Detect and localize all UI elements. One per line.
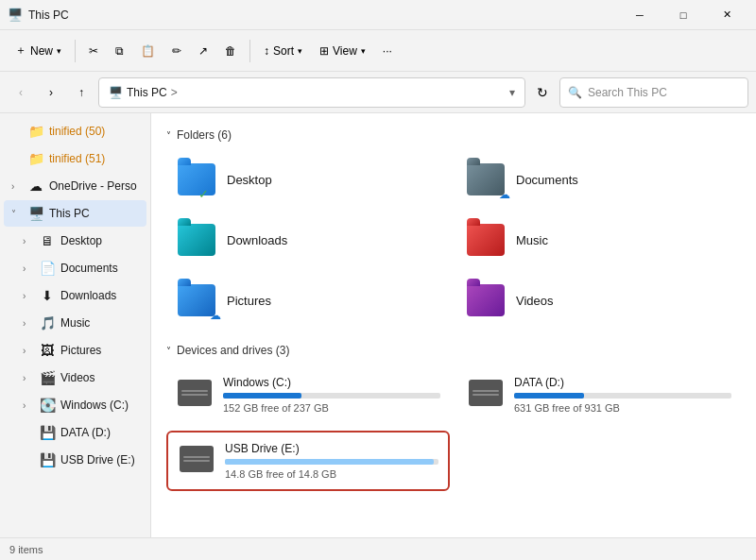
folders-toggle[interactable]: ˅	[166, 130, 171, 141]
sidebar-item-videos[interactable]: › 🎬 Videos	[4, 365, 146, 391]
expand-icon: ˅	[11, 209, 23, 219]
drive-bar-bg	[225, 459, 438, 465]
folder-downloads[interactable]: Downloads	[166, 212, 452, 268]
main-layout: 📁 tinified (50) 📁 tinified (51) › ☁ OneD…	[0, 113, 756, 537]
close-button[interactable]: ✕	[705, 0, 748, 30]
minimize-button[interactable]: ─	[618, 0, 662, 30]
sidebar-item-data[interactable]: 💾 DATA (D:)	[4, 419, 146, 446]
back-button[interactable]: ‹	[8, 79, 34, 106]
hdd-icon	[178, 380, 212, 406]
sidebar-item-music[interactable]: › 🎵 Music	[4, 310, 146, 336]
toolbar-separator-1	[75, 40, 76, 62]
folder-icon-wrap	[176, 219, 217, 261]
sidebar-item-desktop[interactable]: › 🖥 Desktop	[4, 228, 146, 254]
copy-button[interactable]: ⧉	[108, 36, 131, 66]
sidebar-item-label: OneDrive - Perso	[49, 179, 137, 193]
forward-button[interactable]: ›	[38, 79, 64, 106]
drive-windows[interactable]: Windows (C:) 152 GB free of 237 GB	[166, 366, 450, 423]
folder-documents[interactable]: ☁ Documents	[455, 151, 741, 208]
folder-name-videos: Videos	[516, 294, 554, 308]
delete-icon: 🗑	[225, 44, 236, 58]
address-path[interactable]: 🖥️ This PC > ▾	[98, 77, 525, 108]
hdd-line1	[183, 456, 210, 458]
new-label: New	[30, 44, 53, 58]
folder-icon-wrap	[465, 280, 507, 321]
devices-label: Devices and drives (3)	[177, 344, 289, 357]
drive-data[interactable]: DATA (D:) 631 GB free of 931 GB	[457, 366, 741, 423]
folder-shape	[467, 224, 505, 256]
folder-shape	[178, 163, 215, 195]
sidebar-item-thispc[interactable]: ˅ 🖥️ This PC	[4, 200, 146, 227]
sidebar-item-label: USB Drive (E:)	[60, 453, 135, 467]
sidebar-item-documents[interactable]: › 📄 Documents	[4, 255, 146, 281]
title-bar: 🖥️ This PC ─ □ ✕	[0, 0, 756, 30]
drive-icon-wrap	[176, 376, 214, 406]
path-separator: >	[171, 86, 178, 99]
status-bar: 9 items	[0, 537, 756, 560]
folder-icon-wrap: ☁	[465, 159, 507, 200]
delete-button[interactable]: 🗑	[217, 36, 244, 66]
folder-videos[interactable]: Videos	[455, 272, 741, 329]
sidebar-item-pictures[interactable]: › 🖼 Pictures	[4, 337, 146, 364]
cloud-badge-icon: ☁	[499, 188, 510, 201]
toolbar-separator-2	[249, 40, 250, 62]
devices-toggle[interactable]: ˅	[166, 346, 171, 356]
search-box[interactable]: 🔍 Search This PC	[559, 77, 748, 108]
sidebar-item-onedrive[interactable]: › ☁ OneDrive - Perso	[4, 173, 146, 199]
windows-drive-icon: 💽	[40, 398, 55, 413]
drive-name-usb: USB Drive (E:)	[225, 442, 438, 455]
sort-dropdown-icon: ▾	[298, 46, 302, 56]
drive-size-data: 631 GB free of 931 GB	[514, 402, 731, 414]
refresh-button[interactable]: ↻	[529, 79, 556, 106]
drive-info: Windows (C:) 152 GB free of 237 GB	[223, 376, 440, 414]
view-icon: ⊞	[319, 44, 329, 58]
sidebar-item-pinned1[interactable]: 📁 tinified (50)	[4, 118, 146, 144]
folder-pictures[interactable]: ☁ Pictures	[166, 272, 452, 329]
more-button[interactable]: ···	[375, 36, 400, 66]
maximize-button[interactable]: □	[662, 0, 705, 30]
documents-icon: 📄	[40, 261, 55, 276]
expand-icon: ›	[23, 236, 34, 246]
folder-icon-desktop: ✓	[178, 163, 215, 195]
new-button[interactable]: ＋ New ▾	[8, 36, 69, 66]
new-dropdown-icon: ▾	[57, 46, 61, 56]
sidebar-item-label: Pictures	[60, 344, 101, 357]
copy-icon: ⧉	[115, 44, 124, 58]
status-text: 9 items	[9, 544, 43, 555]
drive-icon-wrap	[467, 376, 505, 406]
paste-button[interactable]: 📋	[133, 36, 163, 66]
sort-icon: ↕	[264, 44, 269, 58]
drive-bar-bg	[514, 393, 731, 399]
share-icon: ↗	[198, 44, 208, 58]
expand-icon: ›	[11, 181, 23, 192]
sidebar-item-downloads[interactable]: › ⬇ Downloads	[4, 282, 146, 309]
expand-icon: ›	[23, 318, 34, 329]
sidebar-item-usb[interactable]: 💾 USB Drive (E:)	[4, 447, 146, 473]
drive-bar-fill	[225, 459, 434, 465]
folder-name-pictures: Pictures	[227, 294, 271, 308]
sidebar-item-windows[interactable]: › 💽 Windows (C:)	[4, 392, 146, 418]
folder-music[interactable]: Music	[455, 212, 741, 268]
cut-button[interactable]: ✂	[81, 36, 106, 66]
view-button[interactable]: ⊞ View ▾	[312, 36, 373, 66]
view-dropdown-icon: ▾	[361, 46, 366, 56]
hdd-line2	[181, 394, 208, 396]
expand-icon: ›	[23, 400, 34, 411]
folder-desktop[interactable]: ✓ Desktop	[166, 151, 452, 208]
drive-usb[interactable]: USB Drive (E:) 14.8 GB free of 14.8 GB	[166, 431, 450, 491]
search-placeholder: Search This PC	[588, 86, 667, 99]
expand-icon: ›	[23, 263, 34, 274]
up-button[interactable]: ↑	[68, 79, 94, 106]
rename-button[interactable]: ✏	[164, 36, 189, 66]
folder-icon-pictures: ☁	[178, 284, 215, 316]
share-button[interactable]: ↗	[191, 36, 215, 66]
path-dropdown-icon[interactable]: ▾	[509, 86, 515, 99]
expand-icon: ›	[23, 291, 34, 301]
hdd-icon	[180, 446, 214, 472]
sort-button[interactable]: ↕ Sort ▾	[256, 36, 310, 66]
drive-bar-fill	[514, 393, 584, 399]
sidebar-item-label: This PC	[49, 207, 90, 220]
window-controls: ─ □ ✕	[618, 0, 748, 30]
hdd-line2	[472, 394, 499, 396]
sidebar-item-pinned2[interactable]: 📁 tinified (51)	[4, 145, 146, 172]
